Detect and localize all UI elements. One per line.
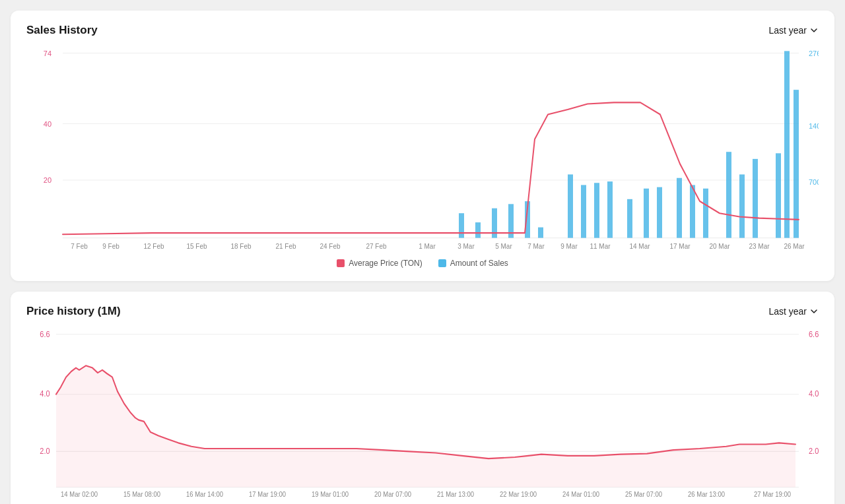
amount-sales-dot — [438, 259, 446, 267]
svg-text:20 Mar: 20 Mar — [709, 242, 730, 249]
svg-text:18 Feb: 18 Feb — [230, 242, 251, 249]
price-history-period-selector[interactable]: Last year — [768, 306, 819, 317]
svg-text:19 Mar 01:00: 19 Mar 01:00 — [312, 490, 349, 497]
sales-history-title: Sales History — [26, 24, 98, 37]
svg-text:17 Mar: 17 Mar — [669, 242, 691, 249]
price-history-chart: 6.6 4.0 2.0 6.6 4.0 2.0 14 Mar 02:00 15 … — [26, 329, 819, 500]
chevron-down-icon-2 — [809, 307, 819, 316]
svg-text:16 Mar 14:00: 16 Mar 14:00 — [186, 490, 223, 497]
svg-text:6.6: 6.6 — [40, 331, 50, 338]
svg-text:17 Mar 19:00: 17 Mar 19:00 — [249, 490, 286, 497]
svg-text:5 Mar: 5 Mar — [495, 242, 512, 249]
sales-history-period-label: Last year — [768, 25, 807, 36]
svg-rect-16 — [568, 174, 573, 237]
svg-text:4.0: 4.0 — [40, 390, 50, 398]
svg-text:2.0: 2.0 — [809, 447, 819, 455]
svg-text:4.0: 4.0 — [809, 390, 819, 398]
svg-text:20 Mar 07:00: 20 Mar 07:00 — [374, 490, 411, 497]
svg-text:3 Mar: 3 Mar — [457, 242, 475, 249]
svg-rect-30 — [784, 51, 790, 237]
sales-history-chart: 74 40 20 27602 14000 7000 — [26, 47, 819, 252]
svg-rect-10 — [459, 213, 464, 237]
svg-rect-27 — [739, 174, 745, 237]
sales-history-card: Sales History Last year 74 40 20 27602 1… — [11, 11, 834, 281]
svg-text:6.6: 6.6 — [809, 331, 819, 338]
svg-text:24 Feb: 24 Feb — [320, 242, 340, 249]
svg-text:21 Mar 13:00: 21 Mar 13:00 — [437, 490, 474, 497]
svg-text:1 Mar: 1 Mar — [419, 242, 436, 249]
svg-rect-17 — [581, 185, 586, 237]
svg-text:27 Feb: 27 Feb — [366, 242, 386, 249]
price-history-card: Price history (1M) Last year 6.6 4.0 2.0… — [11, 292, 834, 504]
svg-text:7 Mar: 7 Mar — [527, 242, 545, 249]
avg-price-dot — [337, 259, 345, 267]
svg-rect-21 — [644, 189, 649, 238]
svg-text:24 Mar 01:00: 24 Mar 01:00 — [562, 490, 599, 497]
svg-text:9 Mar: 9 Mar — [560, 242, 578, 249]
svg-text:26 Mar: 26 Mar — [784, 242, 805, 249]
svg-text:9 Feb: 9 Feb — [102, 242, 119, 249]
svg-rect-26 — [726, 152, 731, 237]
sales-history-period-selector[interactable]: Last year — [768, 25, 819, 36]
svg-rect-29 — [776, 153, 781, 237]
svg-rect-24 — [690, 185, 695, 237]
chevron-down-icon — [809, 26, 819, 35]
svg-text:21 Feb: 21 Feb — [275, 242, 296, 249]
legend-avg-price: Average Price (TON) — [337, 259, 422, 268]
svg-text:74: 74 — [44, 49, 51, 57]
sales-history-header: Sales History Last year — [26, 24, 819, 37]
price-history-title: Price history (1M) — [26, 305, 121, 318]
svg-text:14 Mar 02:00: 14 Mar 02:00 — [61, 490, 98, 497]
svg-text:14000: 14000 — [809, 122, 819, 130]
price-history-header: Price history (1M) Last year — [26, 305, 819, 318]
svg-rect-31 — [794, 90, 799, 237]
svg-rect-28 — [753, 159, 758, 238]
svg-rect-20 — [627, 199, 632, 238]
svg-text:27 Mar 19:00: 27 Mar 19:00 — [754, 490, 791, 497]
legend-amount-sales: Amount of Sales — [438, 259, 508, 268]
svg-text:14 Mar: 14 Mar — [629, 242, 650, 249]
svg-text:23 Mar: 23 Mar — [749, 242, 770, 249]
legend-avg-price-label: Average Price (TON) — [349, 259, 422, 268]
svg-text:15 Mar 08:00: 15 Mar 08:00 — [123, 490, 160, 497]
svg-text:22 Mar 19:00: 22 Mar 19:00 — [500, 490, 537, 497]
svg-text:7000: 7000 — [809, 178, 819, 186]
svg-text:40: 40 — [44, 119, 51, 127]
svg-text:15 Feb: 15 Feb — [186, 242, 207, 249]
svg-rect-18 — [594, 183, 599, 237]
svg-rect-25 — [703, 189, 708, 238]
svg-rect-11 — [475, 222, 481, 238]
svg-rect-19 — [607, 181, 613, 238]
sales-history-legend: Average Price (TON) Amount of Sales — [26, 259, 819, 268]
svg-text:27602: 27602 — [809, 49, 819, 57]
svg-rect-22 — [657, 187, 662, 238]
svg-text:12 Feb: 12 Feb — [143, 242, 164, 249]
price-history-period-label: Last year — [768, 306, 807, 317]
svg-text:11 Mar: 11 Mar — [590, 242, 611, 249]
legend-amount-sales-label: Amount of Sales — [450, 259, 508, 268]
svg-marker-61 — [56, 365, 795, 487]
svg-rect-15 — [538, 228, 543, 238]
svg-text:7 Feb: 7 Feb — [71, 242, 88, 249]
svg-rect-23 — [677, 178, 682, 238]
svg-text:2.0: 2.0 — [40, 447, 50, 455]
svg-text:20: 20 — [44, 176, 51, 184]
svg-text:26 Mar 13:00: 26 Mar 13:00 — [688, 490, 725, 497]
svg-text:25 Mar 07:00: 25 Mar 07:00 — [625, 490, 662, 497]
